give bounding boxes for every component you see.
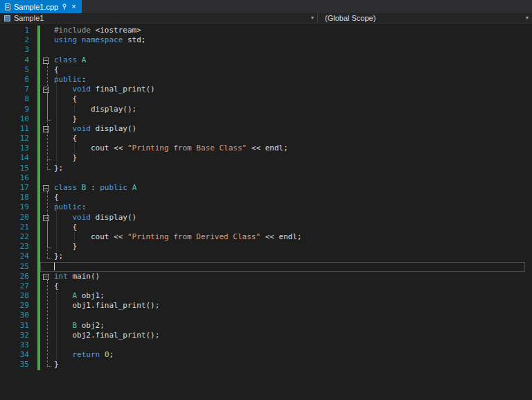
code-token: void (73, 85, 91, 94)
fold-margin (40, 105, 54, 114)
fold-margin (40, 85, 54, 94)
code-line-content[interactable]: display(); (54, 105, 532, 114)
line-number: 19 (0, 202, 36, 212)
line-number: 20 (0, 213, 36, 223)
code-token: { (54, 94, 77, 103)
fold-collapse-toggle[interactable] (43, 58, 49, 64)
code-line-content[interactable]: { (54, 223, 532, 232)
code-line: 27{ (0, 281, 532, 291)
cpp-file-icon (4, 15, 10, 21)
fold-margin (40, 311, 54, 320)
fold-collapse-toggle[interactable] (43, 185, 49, 191)
member-dropdown[interactable]: (Global Scope) ▾ (317, 13, 532, 23)
fold-margin (40, 134, 54, 144)
code-line-content[interactable] (54, 311, 532, 320)
code-line-content[interactable]: } (54, 360, 532, 369)
code-line-content[interactable]: } (54, 114, 532, 124)
code-line-content[interactable]: obj2.final_print(); (54, 331, 532, 340)
code-line-content[interactable]: } (54, 153, 532, 163)
code-editor[interactable]: 1#include <iostream>2using namespace std… (0, 24, 532, 400)
fold-collapse-toggle[interactable] (43, 87, 49, 93)
code-line-content[interactable] (54, 45, 532, 55)
code-line: 2using namespace std; (0, 35, 532, 45)
code-token (77, 183, 82, 192)
code-token: void (73, 124, 91, 133)
line-number: 11 (0, 124, 36, 134)
code-token (54, 321, 73, 330)
code-line-content[interactable]: void display() (54, 213, 532, 223)
code-line-content[interactable] (54, 173, 532, 183)
fold-margin (40, 331, 54, 340)
fold-margin (40, 291, 54, 301)
code-line: 20 void display() (0, 213, 532, 223)
fold-margin (40, 281, 54, 291)
code-token: display() (91, 213, 136, 222)
code-line: 18{ (0, 193, 532, 202)
fold-margin (40, 301, 54, 311)
code-token: public (54, 75, 82, 84)
code-token: "Printing from Base Class" (127, 144, 247, 153)
code-line-content[interactable] (54, 340, 532, 350)
code-line-content[interactable]: { (54, 65, 532, 75)
code-line-content[interactable]: return 0; (54, 350, 532, 360)
text-caret (54, 263, 55, 270)
fold-margin (40, 193, 54, 202)
fold-collapse-toggle[interactable] (43, 126, 49, 132)
code-line-content[interactable]: { (54, 281, 532, 291)
code-line: 29 obj1.final_print(); (0, 301, 532, 311)
fold-margin (40, 340, 54, 350)
code-token: { (54, 223, 77, 232)
code-line: 34 return 0; (0, 350, 532, 360)
navigation-bar: Sample1 ▾ (Global Scope) ▾ (0, 13, 532, 24)
code-line: 3 (0, 45, 532, 55)
code-line-content[interactable]: { (54, 134, 532, 144)
code-token: A (82, 55, 87, 64)
fold-margin (40, 144, 54, 153)
code-line-content[interactable]: A obj1; (54, 291, 532, 301)
code-line-content[interactable]: cout << "Printing from Base Class" << en… (54, 144, 532, 153)
fold-margin (40, 153, 54, 163)
line-number: 16 (0, 173, 36, 183)
code-line: 5{ (0, 65, 532, 75)
code-line-content[interactable]: int main() (54, 272, 532, 281)
code-line-content[interactable]: } (54, 242, 532, 252)
code-token: } (54, 360, 59, 369)
close-icon[interactable]: × (71, 3, 76, 10)
code-line: 23 } (0, 242, 532, 252)
code-token: return (73, 350, 100, 359)
line-number: 29 (0, 301, 36, 311)
code-line-content[interactable] (54, 262, 532, 272)
line-number: 17 (0, 183, 36, 193)
code-line: 10 } (0, 114, 532, 124)
code-line-content[interactable]: void display() (54, 124, 532, 134)
code-line: 19public: (0, 202, 532, 212)
code-line-content[interactable]: public: (54, 202, 532, 212)
code-line-content[interactable]: public: (54, 75, 532, 85)
tab-sample1-cpp[interactable]: Sample1.cpp × (0, 0, 82, 13)
code-line-content[interactable]: obj1.final_print(); (54, 301, 532, 311)
code-line-content[interactable]: class A (54, 55, 532, 65)
code-line-content[interactable]: using namespace std; (54, 35, 532, 45)
code-token: obj1.final_print(); (54, 301, 159, 310)
code-token (127, 183, 132, 192)
code-line-content[interactable]: void final_print() (54, 85, 532, 94)
fold-margin (40, 173, 54, 183)
document-icon (5, 3, 10, 10)
code-line-content[interactable]: }; (54, 164, 532, 173)
code-line-content[interactable]: #include <iostream> (54, 26, 532, 35)
code-token: } (54, 242, 77, 251)
scope-dropdown[interactable]: Sample1 ▾ (0, 13, 317, 23)
pin-icon[interactable] (62, 3, 67, 10)
code-line-content[interactable]: cout << "Printing from Derived Class" <<… (54, 232, 532, 242)
fold-collapse-toggle[interactable] (43, 274, 49, 280)
code-token: cout << (54, 232, 127, 241)
line-number: 8 (0, 94, 36, 104)
code-line-content[interactable]: { (54, 94, 532, 104)
code-line-content[interactable]: B obj2; (54, 321, 532, 331)
line-number: 33 (0, 340, 36, 350)
fold-collapse-toggle[interactable] (43, 215, 49, 221)
code-line-content[interactable]: { (54, 193, 532, 202)
code-line-content[interactable]: }; (54, 252, 532, 261)
code-line-content[interactable]: class B : public A (54, 183, 532, 193)
fold-margin (40, 183, 54, 193)
